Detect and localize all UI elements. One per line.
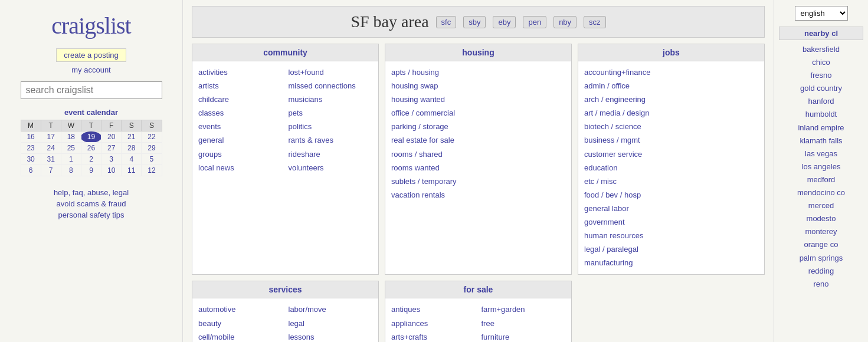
nearby-monterey[interactable]: monterey (779, 225, 863, 238)
create-posting-link[interactable]: create a posting (56, 48, 126, 62)
jobs-education[interactable]: education (584, 162, 758, 175)
nearby-reno[interactable]: reno (779, 278, 863, 291)
community-missed-connections[interactable]: missed connections (289, 80, 373, 93)
cal-day[interactable]: 11 (122, 165, 142, 176)
cal-day[interactable]: 20 (101, 131, 122, 143)
nearby-mendocino-co[interactable]: mendocino co (779, 186, 863, 199)
jobs-business[interactable]: business / mgmt (584, 134, 758, 147)
services-labor-move[interactable]: labor/move (289, 303, 373, 316)
nearby-medford[interactable]: medford (779, 173, 863, 186)
region-tag-pen[interactable]: pen (523, 16, 546, 28)
housing-office-commercial[interactable]: office / commercial (391, 107, 565, 120)
community-artists[interactable]: artists (198, 80, 283, 93)
forsale-furniture[interactable]: furniture (482, 331, 566, 342)
cal-day[interactable]: 2 (81, 154, 101, 165)
housing-rooms-wanted[interactable]: rooms wanted (391, 162, 565, 175)
search-input[interactable] (21, 81, 162, 99)
nearby-redding[interactable]: redding (779, 265, 863, 278)
personal-safety-link[interactable]: personal safety tips (58, 211, 124, 219)
jobs-food[interactable]: food / bev / hosp (584, 189, 758, 202)
cal-day-today[interactable]: 19 (81, 131, 101, 143)
cal-day[interactable]: 12 (142, 165, 162, 176)
cal-day[interactable]: 27 (101, 143, 122, 154)
community-childcare[interactable]: childcare (198, 93, 283, 106)
nearby-chico[interactable]: chico (779, 56, 863, 69)
housing-real-estate[interactable]: real estate for sale (391, 134, 565, 147)
housing-parking[interactable]: parking / storage (391, 120, 565, 133)
services-legal[interactable]: legal (289, 317, 373, 330)
cal-day[interactable]: 29 (142, 143, 162, 154)
community-volunteers[interactable]: volunteers (289, 162, 373, 175)
jobs-accounting[interactable]: accounting+finance (584, 66, 758, 79)
region-tag-scz[interactable]: scz (584, 16, 606, 28)
community-politics[interactable]: politics (289, 120, 373, 133)
community-events[interactable]: events (198, 120, 283, 133)
region-tag-sfc[interactable]: sfc (436, 16, 457, 28)
forsale-antiques[interactable]: antiques (391, 303, 476, 316)
cal-day[interactable]: 9 (81, 165, 101, 176)
jobs-arch[interactable]: arch / engineering (584, 93, 758, 106)
cal-day[interactable]: 4 (122, 154, 142, 165)
nearby-klamath-falls[interactable]: klamath falls (779, 134, 863, 147)
nearby-modesto[interactable]: modesto (779, 212, 863, 225)
nearby-gold-country[interactable]: gold country (779, 82, 863, 95)
my-account-link[interactable]: my account (71, 65, 110, 74)
housing-swap[interactable]: housing swap (391, 80, 565, 93)
cal-day[interactable]: 23 (21, 143, 41, 154)
housing-rooms-shared[interactable]: rooms / shared (391, 148, 565, 161)
jobs-human-resources[interactable]: human resources (584, 229, 758, 242)
community-lost-found[interactable]: lost+found (289, 66, 373, 79)
community-groups[interactable]: groups (198, 148, 283, 161)
housing-sublets[interactable]: sublets / temporary (391, 175, 565, 188)
jobs-general-labor[interactable]: general labor (584, 202, 758, 215)
language-select[interactable]: english español français deutsch italian… (795, 6, 848, 21)
cal-day[interactable]: 21 (122, 131, 142, 143)
cal-day[interactable]: 6 (21, 165, 41, 176)
jobs-legal[interactable]: legal / paralegal (584, 243, 758, 256)
nearby-inland-empire[interactable]: inland empire (779, 121, 863, 134)
cal-day[interactable]: 7 (41, 165, 61, 176)
jobs-art[interactable]: art / media / design (584, 107, 758, 120)
forsale-appliances[interactable]: appliances (391, 317, 476, 330)
cal-day[interactable]: 25 (61, 143, 81, 154)
cal-day[interactable]: 3 (101, 154, 122, 165)
cal-day[interactable]: 24 (41, 143, 61, 154)
services-lessons[interactable]: lessons (289, 331, 373, 342)
community-general[interactable]: general (198, 134, 283, 147)
housing-vacation[interactable]: vacation rentals (391, 189, 565, 202)
community-classes[interactable]: classes (198, 107, 283, 120)
jobs-government[interactable]: government (584, 216, 758, 229)
services-automotive[interactable]: automotive (198, 303, 283, 316)
nearby-hanford[interactable]: hanford (779, 95, 863, 108)
housing-wanted[interactable]: housing wanted (391, 93, 565, 106)
region-tag-nby[interactable]: nby (553, 16, 577, 28)
avoid-scams-link[interactable]: avoid scams & fraud (57, 199, 126, 208)
cal-day[interactable]: 5 (142, 154, 162, 165)
cal-day[interactable]: 16 (21, 131, 41, 143)
nearby-fresno[interactable]: fresno (779, 69, 863, 82)
cal-day[interactable]: 10 (101, 165, 122, 176)
cal-day[interactable]: 18 (61, 131, 81, 143)
forsale-farm-garden[interactable]: farm+garden (482, 303, 566, 316)
community-musicians[interactable]: musicians (289, 93, 373, 106)
cal-day[interactable]: 8 (61, 165, 81, 176)
community-pets[interactable]: pets (289, 107, 373, 120)
cal-day[interactable]: 17 (41, 131, 61, 143)
community-local-news[interactable]: local news (198, 162, 283, 175)
jobs-customer-service[interactable]: customer service (584, 148, 758, 161)
cal-day[interactable]: 26 (81, 143, 101, 154)
nearby-merced[interactable]: merced (779, 199, 863, 212)
cal-day[interactable]: 28 (122, 143, 142, 154)
community-rants-raves[interactable]: rants & raves (289, 134, 373, 147)
forsale-arts-crafts[interactable]: arts+crafts (391, 331, 476, 342)
nearby-los-angeles[interactable]: los angeles (779, 160, 863, 173)
region-tag-eby[interactable]: eby (493, 16, 516, 28)
nearby-las-vegas[interactable]: las vegas (779, 147, 863, 160)
services-beauty[interactable]: beauty (198, 317, 283, 330)
cal-day[interactable]: 30 (21, 154, 41, 165)
nearby-bakersfield[interactable]: bakersfield (779, 43, 863, 56)
services-cell-mobile[interactable]: cell/mobile (198, 331, 283, 342)
community-activities[interactable]: activities (198, 66, 283, 79)
cal-day[interactable]: 1 (61, 154, 81, 165)
cal-day[interactable]: 31 (41, 154, 61, 165)
